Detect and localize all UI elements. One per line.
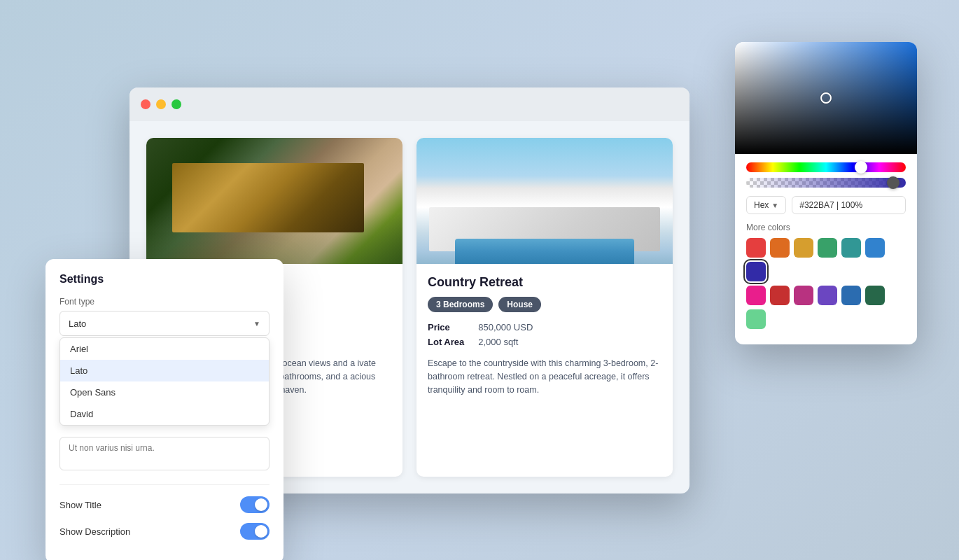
- country-price-value: 850,000 USD: [478, 322, 662, 332]
- show-description-row: Show Description: [59, 523, 270, 540]
- hex-value-input[interactable]: #322BA7 | 100%: [792, 196, 906, 214]
- show-description-label: Show Description: [59, 526, 130, 537]
- font-textarea[interactable]: [59, 437, 270, 470]
- swatch-blue[interactable]: [865, 238, 885, 258]
- country-description: Escape to the countryside with this char…: [428, 357, 662, 396]
- swatch-yellow[interactable]: [794, 238, 813, 258]
- color-gradient-area[interactable]: [735, 42, 917, 154]
- hex-chevron-icon: ▼: [771, 202, 778, 209]
- swatch-magenta[interactable]: [794, 286, 813, 305]
- swatch-lightgreen[interactable]: [746, 309, 766, 329]
- window-minimize-dot[interactable]: [156, 99, 166, 109]
- color-inputs-row: Hex ▼ #322BA7 | 100%: [746, 196, 906, 214]
- font-option-ariel[interactable]: Ariel: [60, 338, 269, 360]
- font-type-label: Font type: [59, 297, 270, 307]
- swatch-darkgreen[interactable]: [865, 286, 885, 305]
- font-option-opensans[interactable]: Open Sans: [60, 382, 269, 403]
- swatch-darkred[interactable]: [770, 286, 790, 305]
- property-image-coastal: [146, 138, 402, 264]
- show-description-toggle[interactable]: [240, 523, 270, 540]
- hex-format-select[interactable]: Hex ▼: [746, 196, 786, 214]
- show-title-label: Show Title: [59, 500, 102, 510]
- country-price-label: Price: [428, 322, 464, 332]
- alpha-thumb[interactable]: [887, 176, 899, 189]
- show-title-row: Show Title: [59, 496, 270, 513]
- color-picker-panel: Hex ▼ #322BA7 | 100% More colors: [735, 42, 917, 344]
- font-select-wrapper: Lato ▼ Ariel Lato Open Sans David: [59, 311, 270, 336]
- country-title: Country Retreat: [428, 275, 662, 290]
- settings-divider: [59, 484, 270, 485]
- country-tags: 3 Bedrooms House: [428, 297, 662, 312]
- font-select-display[interactable]: Lato ▼: [59, 311, 270, 336]
- font-dropdown: Ariel Lato Open Sans David: [59, 337, 270, 426]
- color-swatches-row2: [746, 286, 906, 329]
- swatch-red[interactable]: [746, 238, 766, 258]
- chevron-down-icon: ▼: [253, 320, 260, 328]
- property-image-country: [416, 138, 673, 264]
- swatch-indigo[interactable]: [746, 262, 766, 281]
- country-tag-type: House: [498, 297, 541, 312]
- window-titlebar: [130, 88, 690, 121]
- font-option-david[interactable]: David: [60, 403, 269, 425]
- swatch-teal[interactable]: [841, 238, 861, 258]
- swatch-orange[interactable]: [770, 238, 790, 258]
- window-close-dot[interactable]: [141, 99, 150, 109]
- window-maximize-dot[interactable]: [172, 99, 181, 109]
- color-hue-slider[interactable]: [746, 162, 906, 172]
- font-option-lato[interactable]: Lato: [60, 360, 269, 382]
- swatch-green[interactable]: [818, 238, 837, 258]
- swatch-steelblue[interactable]: [841, 286, 861, 305]
- country-details: Price 850,000 USD Lot Area 2,000 sqft: [428, 322, 662, 347]
- more-colors-label: More colors: [746, 223, 906, 232]
- swatch-pink[interactable]: [746, 286, 766, 305]
- country-area-value: 2,000 sqft: [478, 337, 662, 347]
- country-area-label: Lot Area: [428, 337, 464, 347]
- color-swatches-row1: [746, 238, 906, 281]
- settings-title: Settings: [59, 273, 270, 286]
- show-title-toggle[interactable]: [240, 496, 270, 513]
- swatch-purple[interactable]: [818, 286, 837, 305]
- font-selected-value: Lato: [69, 318, 86, 329]
- country-tag-bedrooms: 3 Bedrooms: [428, 297, 493, 312]
- hue-thumb[interactable]: [855, 161, 867, 174]
- settings-panel: Settings Font type Lato ▼ Ariel Lato Ope…: [46, 259, 284, 560]
- hex-value-text: #322BA7 | 100%: [799, 200, 862, 210]
- color-alpha-slider[interactable]: [746, 178, 906, 188]
- color-cursor: [820, 92, 832, 104]
- property-body-country: Country Retreat 3 Bedrooms House Price 8…: [416, 264, 673, 477]
- hex-format-label: Hex: [754, 200, 769, 210]
- property-card-country: Country Retreat 3 Bedrooms House Price 8…: [416, 138, 673, 477]
